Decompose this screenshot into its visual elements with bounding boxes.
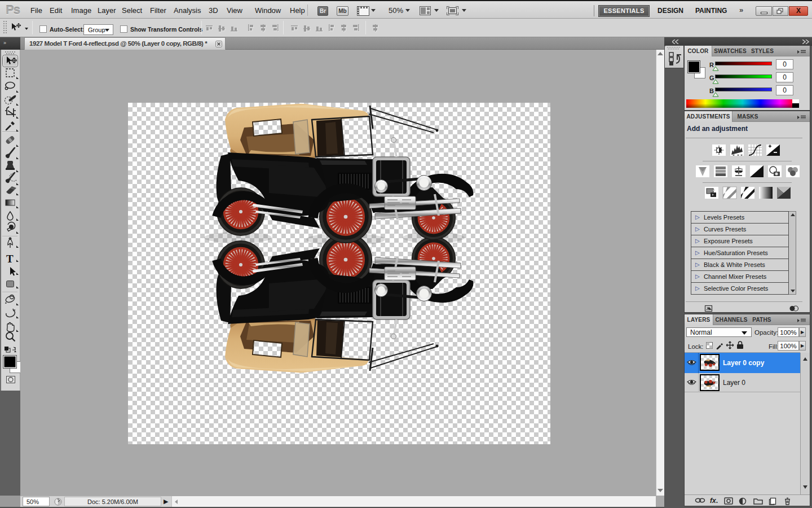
svg-text:T: T [6,253,14,265]
